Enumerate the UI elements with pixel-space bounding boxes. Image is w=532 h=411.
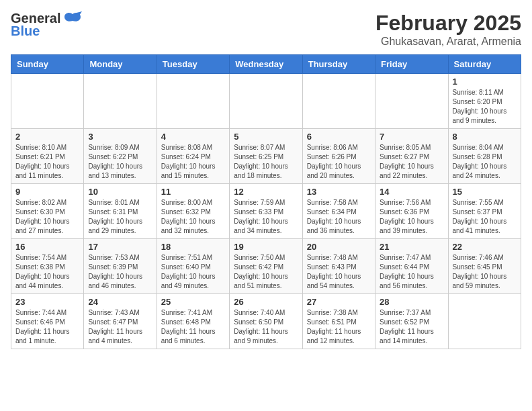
calendar-cell: 24Sunrise: 7:43 AM Sunset: 6:47 PM Dayli… <box>84 294 157 349</box>
day-number: 23 <box>15 297 79 307</box>
day-info: Sunrise: 8:08 AM Sunset: 6:24 PM Dayligh… <box>161 143 225 181</box>
day-info: Sunrise: 7:37 AM Sunset: 6:52 PM Dayligh… <box>380 308 443 346</box>
day-info: Sunrise: 7:55 AM Sunset: 6:37 PM Dayligh… <box>453 198 517 236</box>
day-info: Sunrise: 8:11 AM Sunset: 6:20 PM Dayligh… <box>453 88 517 126</box>
day-info: Sunrise: 7:51 AM Sunset: 6:40 PM Dayligh… <box>161 253 225 291</box>
calendar-cell: 16Sunrise: 7:54 AM Sunset: 6:38 PM Dayli… <box>11 239 84 294</box>
day-number: 1 <box>453 77 517 87</box>
calendar-cell: 14Sunrise: 7:56 AM Sunset: 6:36 PM Dayli… <box>375 184 448 239</box>
calendar-cell: 1Sunrise: 8:11 AM Sunset: 6:20 PM Daylig… <box>448 74 521 129</box>
day-info: Sunrise: 8:10 AM Sunset: 6:21 PM Dayligh… <box>15 143 79 181</box>
day-info: Sunrise: 7:41 AM Sunset: 6:48 PM Dayligh… <box>161 308 225 346</box>
day-number: 3 <box>88 132 152 142</box>
calendar-week-row: 2Sunrise: 8:10 AM Sunset: 6:21 PM Daylig… <box>11 129 521 184</box>
day-number: 25 <box>161 297 225 307</box>
day-number: 11 <box>161 187 225 197</box>
calendar-cell: 22Sunrise: 7:46 AM Sunset: 6:45 PM Dayli… <box>448 239 521 294</box>
day-number: 28 <box>380 297 443 307</box>
calendar-cell <box>157 74 229 129</box>
day-info: Sunrise: 7:58 AM Sunset: 6:34 PM Dayligh… <box>307 198 371 236</box>
day-number: 7 <box>380 132 443 142</box>
day-number: 26 <box>234 297 298 307</box>
calendar-cell: 3Sunrise: 8:09 AM Sunset: 6:22 PM Daylig… <box>84 129 157 184</box>
calendar-cell: 5Sunrise: 8:07 AM Sunset: 6:25 PM Daylig… <box>230 129 302 184</box>
calendar-week-row: 9Sunrise: 8:02 AM Sunset: 6:30 PM Daylig… <box>11 184 521 239</box>
calendar-cell: 2Sunrise: 8:10 AM Sunset: 6:21 PM Daylig… <box>11 129 84 184</box>
calendar-header-row: SundayMondayTuesdayWednesdayThursdayFrid… <box>11 55 521 74</box>
day-info: Sunrise: 7:47 AM Sunset: 6:44 PM Dayligh… <box>380 253 443 291</box>
calendar-cell: 20Sunrise: 7:48 AM Sunset: 6:43 PM Dayli… <box>302 239 375 294</box>
calendar-cell: 8Sunrise: 8:04 AM Sunset: 6:28 PM Daylig… <box>448 129 521 184</box>
calendar-cell: 18Sunrise: 7:51 AM Sunset: 6:40 PM Dayli… <box>157 239 229 294</box>
day-info: Sunrise: 8:06 AM Sunset: 6:26 PM Dayligh… <box>307 143 371 181</box>
day-info: Sunrise: 8:01 AM Sunset: 6:31 PM Dayligh… <box>88 198 152 236</box>
calendar-cell <box>84 74 157 129</box>
day-of-week-header: Saturday <box>448 55 521 74</box>
calendar-cell: 4Sunrise: 8:08 AM Sunset: 6:24 PM Daylig… <box>157 129 229 184</box>
calendar-week-row: 23Sunrise: 7:44 AM Sunset: 6:46 PM Dayli… <box>11 294 521 349</box>
day-info: Sunrise: 7:50 AM Sunset: 6:42 PM Dayligh… <box>234 253 298 291</box>
day-info: Sunrise: 8:04 AM Sunset: 6:28 PM Dayligh… <box>453 143 517 181</box>
day-info: Sunrise: 8:00 AM Sunset: 6:32 PM Dayligh… <box>161 198 225 236</box>
day-number: 14 <box>380 187 443 197</box>
calendar-cell <box>230 74 302 129</box>
day-number: 8 <box>453 132 517 142</box>
calendar-cell: 19Sunrise: 7:50 AM Sunset: 6:42 PM Dayli… <box>230 239 302 294</box>
day-number: 19 <box>234 242 298 252</box>
day-info: Sunrise: 7:48 AM Sunset: 6:43 PM Dayligh… <box>307 253 371 291</box>
calendar: SundayMondayTuesdayWednesdayThursdayFrid… <box>11 54 521 349</box>
day-info: Sunrise: 7:40 AM Sunset: 6:50 PM Dayligh… <box>234 308 298 346</box>
day-info: Sunrise: 8:05 AM Sunset: 6:27 PM Dayligh… <box>380 143 443 181</box>
day-number: 4 <box>161 132 225 142</box>
day-of-week-header: Thursday <box>302 55 375 74</box>
day-number: 18 <box>161 242 225 252</box>
day-number: 15 <box>453 187 517 197</box>
month-title: February 2025 <box>375 11 521 36</box>
day-of-week-header: Friday <box>375 55 448 74</box>
day-number: 10 <box>88 187 152 197</box>
location-title: Ghukasavan, Ararat, Armenia <box>375 36 521 48</box>
logo-blue-text: Blue <box>11 24 40 39</box>
day-number: 5 <box>234 132 298 142</box>
day-number: 24 <box>88 297 152 307</box>
calendar-cell: 9Sunrise: 8:02 AM Sunset: 6:30 PM Daylig… <box>11 184 84 239</box>
calendar-cell: 23Sunrise: 7:44 AM Sunset: 6:46 PM Dayli… <box>11 294 84 349</box>
calendar-week-row: 1Sunrise: 8:11 AM Sunset: 6:20 PM Daylig… <box>11 74 521 129</box>
calendar-cell: 25Sunrise: 7:41 AM Sunset: 6:48 PM Dayli… <box>157 294 229 349</box>
day-number: 17 <box>88 242 152 252</box>
day-number: 13 <box>307 187 371 197</box>
day-number: 2 <box>15 132 79 142</box>
calendar-cell: 26Sunrise: 7:40 AM Sunset: 6:50 PM Dayli… <box>230 294 302 349</box>
calendar-cell: 7Sunrise: 8:05 AM Sunset: 6:27 PM Daylig… <box>375 129 448 184</box>
day-info: Sunrise: 7:54 AM Sunset: 6:38 PM Dayligh… <box>15 253 79 291</box>
day-of-week-header: Monday <box>84 55 157 74</box>
calendar-cell: 12Sunrise: 7:59 AM Sunset: 6:33 PM Dayli… <box>230 184 302 239</box>
calendar-week-row: 16Sunrise: 7:54 AM Sunset: 6:38 PM Dayli… <box>11 239 521 294</box>
calendar-cell: 27Sunrise: 7:38 AM Sunset: 6:51 PM Dayli… <box>302 294 375 349</box>
calendar-cell: 10Sunrise: 8:01 AM Sunset: 6:31 PM Dayli… <box>84 184 157 239</box>
calendar-cell: 28Sunrise: 7:37 AM Sunset: 6:52 PM Dayli… <box>375 294 448 349</box>
day-info: Sunrise: 8:02 AM Sunset: 6:30 PM Dayligh… <box>15 198 79 236</box>
calendar-cell <box>11 74 84 129</box>
logo-bird-icon <box>63 11 82 26</box>
day-info: Sunrise: 7:56 AM Sunset: 6:36 PM Dayligh… <box>380 198 443 236</box>
day-info: Sunrise: 7:53 AM Sunset: 6:39 PM Dayligh… <box>88 253 152 291</box>
day-number: 21 <box>380 242 443 252</box>
calendar-cell: 11Sunrise: 8:00 AM Sunset: 6:32 PM Dayli… <box>157 184 229 239</box>
day-number: 22 <box>453 242 517 252</box>
day-number: 27 <box>307 297 371 307</box>
calendar-cell <box>448 294 521 349</box>
calendar-cell: 13Sunrise: 7:58 AM Sunset: 6:34 PM Dayli… <box>302 184 375 239</box>
calendar-cell: 6Sunrise: 8:06 AM Sunset: 6:26 PM Daylig… <box>302 129 375 184</box>
day-info: Sunrise: 8:07 AM Sunset: 6:25 PM Dayligh… <box>234 143 298 181</box>
calendar-cell <box>302 74 375 129</box>
day-of-week-header: Wednesday <box>230 55 302 74</box>
logo: General Blue <box>11 11 82 39</box>
day-number: 20 <box>307 242 371 252</box>
day-number: 16 <box>15 242 79 252</box>
title-area: February 2025 Ghukasavan, Ararat, Armeni… <box>375 11 521 48</box>
day-info: Sunrise: 7:46 AM Sunset: 6:45 PM Dayligh… <box>453 253 517 291</box>
calendar-cell: 21Sunrise: 7:47 AM Sunset: 6:44 PM Dayli… <box>375 239 448 294</box>
day-number: 9 <box>15 187 79 197</box>
day-number: 12 <box>234 187 298 197</box>
